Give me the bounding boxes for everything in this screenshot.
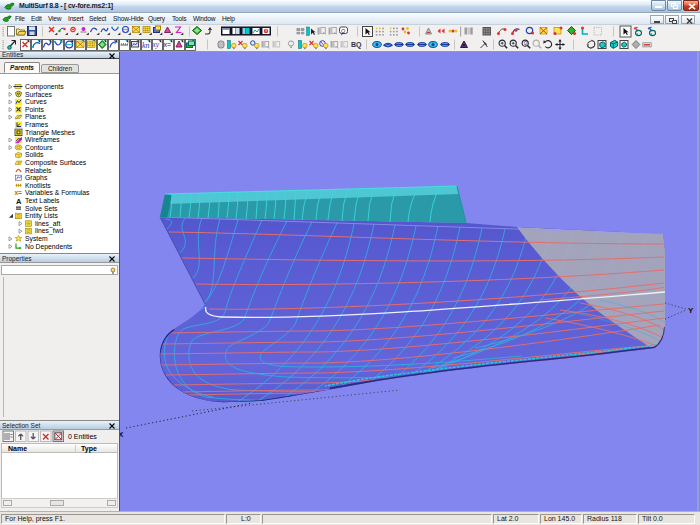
svg-text:Text Labels: Text Labels: [25, 197, 60, 204]
svg-text:X: X: [120, 430, 124, 439]
svg-text:kn: kn: [142, 41, 150, 50]
svg-text:Frames: Frames: [25, 121, 49, 128]
svg-text:Knotlists: Knotlists: [25, 182, 51, 189]
svg-text:No Dependents: No Dependents: [25, 243, 73, 251]
svg-text:Curves: Curves: [25, 98, 47, 105]
svg-text:BQ: BQ: [351, 41, 362, 49]
svg-text:Wireframes: Wireframes: [25, 136, 60, 143]
svg-text:0 Entities: 0 Entities: [68, 433, 97, 440]
svg-text:Y: Y: [688, 306, 694, 315]
svg-text:Points: Points: [25, 106, 44, 113]
svg-text:Variables & Formulas: Variables & Formulas: [25, 189, 90, 196]
svg-text:Q: Q: [341, 28, 346, 34]
svg-text:Q: Q: [524, 41, 528, 46]
svg-text:A: A: [16, 197, 22, 206]
svg-text:Solids: Solids: [25, 151, 44, 158]
svg-text:Planes: Planes: [25, 113, 46, 120]
svg-text:Surfaces: Surfaces: [25, 91, 52, 98]
svg-text:Solve Sets: Solve Sets: [25, 205, 58, 212]
svg-text:Contours: Contours: [25, 144, 53, 151]
svg-text:x=: x=: [15, 189, 23, 196]
svg-text:Relabels: Relabels: [25, 167, 52, 174]
svg-text:xy: xy: [152, 40, 160, 49]
svg-text:x=: x=: [164, 41, 172, 48]
